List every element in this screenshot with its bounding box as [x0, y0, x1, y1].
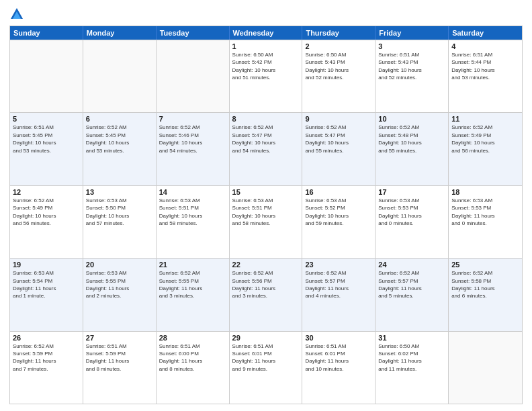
cell-info: Sunrise: 6:51 AM	[305, 343, 372, 350]
calendar-row: 1Sunrise: 6:50 AMSunset: 5:42 PMDaylight…	[10, 40, 522, 112]
day-number: 23	[305, 261, 372, 269]
cell-info: Daylight: 11 hours	[86, 358, 153, 365]
calendar-cell: 27Sunrise: 6:51 AMSunset: 5:59 PMDayligh…	[83, 332, 157, 404]
day-number: 27	[86, 334, 153, 342]
calendar-cell: 16Sunrise: 6:53 AMSunset: 5:52 PMDayligh…	[302, 186, 375, 258]
cell-info: and 56 minutes.	[451, 148, 519, 154]
calendar-cell: 25Sunrise: 6:52 AMSunset: 5:58 PMDayligh…	[449, 259, 522, 330]
cell-info: Sunset: 5:56 PM	[232, 278, 300, 285]
day-number: 14	[159, 188, 226, 196]
day-number: 4	[451, 42, 519, 50]
calendar-row: 19Sunrise: 6:53 AMSunset: 5:54 PMDayligh…	[10, 258, 522, 330]
calendar-cell: 29Sunrise: 6:51 AMSunset: 6:01 PMDayligh…	[230, 332, 303, 404]
weekday-header: Saturday	[449, 26, 522, 40]
cell-info: and 57 minutes.	[86, 220, 153, 227]
cell-info: Daylight: 11 hours	[305, 285, 372, 292]
cell-info: Daylight: 11 hours	[86, 285, 153, 292]
cell-info: and 52 minutes.	[305, 75, 372, 81]
calendar-cell: 22Sunrise: 6:52 AMSunset: 5:56 PMDayligh…	[230, 259, 303, 330]
cell-info: Sunrise: 6:50 AM	[305, 52, 372, 58]
day-number: 18	[451, 188, 519, 196]
calendar-cell: 8Sunrise: 6:52 AMSunset: 5:47 PMDaylight…	[230, 113, 303, 185]
cell-info: Sunset: 5:55 PM	[159, 278, 226, 285]
cell-info: Sunset: 5:58 PM	[451, 278, 519, 285]
cell-info: and 53 minutes.	[13, 148, 80, 154]
calendar-row: 12Sunrise: 6:52 AMSunset: 5:49 PMDayligh…	[10, 185, 522, 258]
calendar-cell: 1Sunrise: 6:50 AMSunset: 5:42 PMDaylight…	[230, 40, 303, 112]
calendar-cell: 30Sunrise: 6:51 AMSunset: 6:01 PMDayligh…	[302, 332, 375, 404]
cell-info: and 54 minutes.	[159, 148, 226, 154]
calendar-cell: 4Sunrise: 6:51 AMSunset: 5:44 PMDaylight…	[449, 40, 522, 112]
cell-info: Sunrise: 6:52 AM	[305, 124, 372, 131]
cell-info: Sunrise: 6:52 AM	[451, 270, 519, 277]
cell-info: Sunrise: 6:51 AM	[451, 52, 519, 58]
cell-info: Sunrise: 6:53 AM	[305, 197, 372, 204]
cell-info: Sunset: 6:02 PM	[378, 351, 445, 357]
day-number: 11	[451, 115, 519, 123]
cell-info: Daylight: 10 hours	[305, 140, 372, 146]
logo	[9, 7, 27, 21]
cell-info: Sunrise: 6:51 AM	[159, 343, 226, 350]
day-number: 20	[86, 261, 153, 269]
cell-info: and 2 minutes.	[86, 293, 153, 300]
cell-info: and 52 minutes.	[378, 75, 445, 81]
calendar: SundayMondayTuesdayWednesdayThursdayFrid…	[9, 26, 523, 404]
day-number: 3	[378, 42, 445, 50]
cell-info: and 3 minutes.	[159, 293, 226, 300]
cell-info: Sunrise: 6:53 AM	[451, 197, 519, 204]
cell-info: Daylight: 11 hours	[159, 285, 226, 292]
cell-info: Daylight: 10 hours	[13, 213, 80, 220]
cell-info: Sunset: 5:46 PM	[159, 132, 226, 139]
day-number: 17	[378, 188, 445, 196]
cell-info: and 6 minutes.	[451, 293, 519, 300]
cell-info: Sunrise: 6:51 AM	[232, 343, 300, 350]
cell-info: and 55 minutes.	[305, 148, 372, 154]
cell-info: Sunrise: 6:53 AM	[232, 197, 300, 204]
cell-info: Daylight: 10 hours	[451, 67, 519, 74]
cell-info: Sunset: 5:51 PM	[232, 205, 300, 212]
cell-info: and 5 minutes.	[378, 293, 445, 300]
cell-info: Daylight: 10 hours	[451, 140, 519, 146]
day-number: 12	[13, 188, 80, 196]
cell-info: Sunset: 5:52 PM	[305, 205, 372, 212]
day-number: 25	[451, 261, 519, 269]
day-number: 13	[86, 188, 153, 196]
cell-info: Sunrise: 6:52 AM	[305, 270, 372, 277]
cell-info: Sunset: 5:59 PM	[13, 351, 80, 357]
cell-info: and 51 minutes.	[232, 75, 300, 81]
cell-info: Sunset: 5:44 PM	[451, 59, 519, 66]
cell-info: Daylight: 10 hours	[378, 140, 445, 146]
day-number: 19	[13, 261, 80, 269]
cell-info: Sunrise: 6:51 AM	[13, 124, 80, 131]
cell-info: and 1 minute.	[13, 293, 80, 300]
weekday-header: Wednesday	[230, 26, 303, 40]
cell-info: Daylight: 10 hours	[232, 140, 300, 146]
cell-info: Sunset: 5:57 PM	[378, 278, 445, 285]
cell-info: Sunset: 5:43 PM	[378, 59, 445, 66]
weekday-header: Sunday	[10, 26, 83, 40]
cell-info: Sunrise: 6:50 AM	[378, 343, 445, 350]
cell-info: Sunrise: 6:52 AM	[159, 124, 226, 131]
weekday-header: Tuesday	[157, 26, 230, 40]
cell-info: and 0 minutes.	[378, 220, 445, 227]
header	[9, 7, 523, 21]
cell-info: and 59 minutes.	[305, 220, 372, 227]
calendar-cell: 9Sunrise: 6:52 AMSunset: 5:47 PMDaylight…	[302, 113, 375, 185]
calendar-cell: 17Sunrise: 6:53 AMSunset: 5:53 PMDayligh…	[375, 186, 449, 258]
calendar-row: 5Sunrise: 6:51 AMSunset: 5:45 PMDaylight…	[10, 112, 522, 185]
cell-info: Sunrise: 6:53 AM	[159, 197, 226, 204]
calendar-cell-empty	[449, 332, 522, 404]
cell-info: Daylight: 11 hours	[13, 285, 80, 292]
calendar-cell: 31Sunrise: 6:50 AMSunset: 6:02 PMDayligh…	[375, 332, 449, 404]
cell-info: Sunset: 5:57 PM	[305, 278, 372, 285]
calendar-cell: 7Sunrise: 6:52 AMSunset: 5:46 PMDaylight…	[157, 113, 230, 185]
day-number: 21	[159, 261, 226, 269]
cell-info: and 3 minutes.	[232, 293, 300, 300]
cell-info: Sunset: 5:45 PM	[86, 132, 153, 139]
day-number: 26	[13, 334, 80, 342]
calendar-cell: 13Sunrise: 6:53 AMSunset: 5:50 PMDayligh…	[83, 186, 157, 258]
cell-info: and 53 minutes.	[86, 148, 153, 154]
cell-info: Sunset: 6:00 PM	[159, 351, 226, 357]
cell-info: Sunrise: 6:52 AM	[378, 124, 445, 131]
cell-info: Sunrise: 6:52 AM	[13, 343, 80, 350]
